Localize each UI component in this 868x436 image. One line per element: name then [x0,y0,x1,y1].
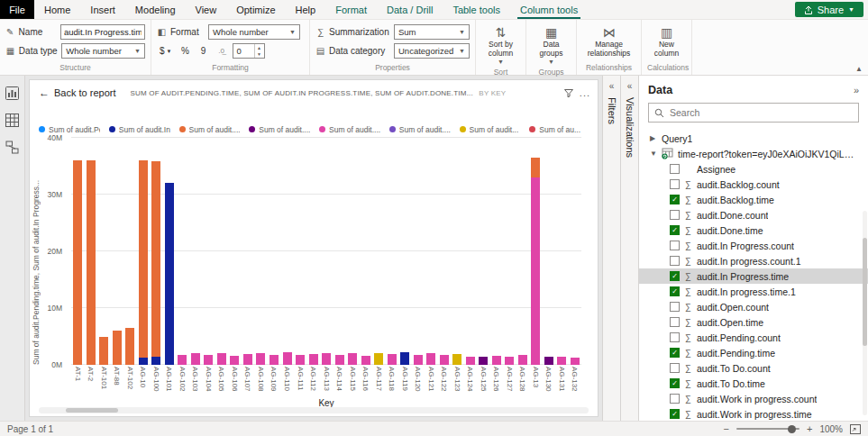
legend-item-sum-of-audit[interactable]: Sum of audit.... [179,123,241,135]
field-row-audit-work-in-progress-count[interactable]: ∑audit.Work in progress.count [639,391,868,406]
field-row-audit-open-time[interactable]: ∑audit.Open.time [639,314,868,330]
bar-ag-130[interactable] [544,357,553,365]
data-groups-button[interactable]: ▦ Data groups ▼ [532,24,571,67]
bar-ag-122[interactable] [440,355,449,365]
filters-pane-label[interactable]: Filters [607,97,617,124]
bar-ag-102[interactable] [178,355,187,365]
bar-ag-116[interactable] [361,356,370,365]
field-row-audit-pending-count[interactable]: ∑audit.Pending.count [639,330,868,345]
field-row-audit-in-progress-time[interactable]: ✓∑audit.In Progress.time [639,268,868,284]
field-checkbox[interactable] [670,302,680,312]
back-to-report-button[interactable]: ← Back to report [39,86,115,99]
bar-ag-105[interactable] [217,353,226,365]
more-options-button[interactable]: ... [580,90,590,95]
filter-funnel-icon[interactable] [564,89,573,97]
field-checkbox[interactable] [670,241,680,250]
field-row-audit-work-in-progress-time[interactable]: ✓∑audit.Work in progress.time [639,406,868,421]
chevron-down-icon[interactable]: ▼ [650,150,657,158]
zoom-out-button[interactable]: − [724,423,729,434]
menu-tab-modeling[interactable]: Modeling [125,0,186,19]
bar-ag-131[interactable] [557,357,566,365]
bar-ag-100[interactable] [151,161,160,365]
collapse-data-pane-button[interactable]: » [854,85,859,95]
name-input[interactable] [60,24,145,40]
menu-tab-view[interactable]: View [186,0,227,19]
bar-at-1[interactable] [73,160,82,365]
field-checkbox[interactable] [670,317,680,327]
zoom-slider-thumb[interactable] [788,425,796,433]
tree-node-query1[interactable]: ▶ Query1 [639,131,868,146]
field-checkbox[interactable]: ✓ [670,271,680,281]
field-row-audit-backlog-count[interactable]: ∑audit.Backlog.count [639,177,868,192]
model-view-button[interactable] [5,141,19,154]
menu-tab-data-drill[interactable]: Data / Drill [377,0,443,19]
bar-ag-120[interactable] [414,355,423,365]
bar-ag-119[interactable] [400,352,409,365]
field-row-audit-backlog-time[interactable]: ✓∑audit.Backlog.time [639,192,868,207]
field-checkbox[interactable]: ✓ [670,409,680,419]
field-row-audit-in-progress-time-1[interactable]: ✓∑audit.In progress.time.1 [639,284,868,299]
bar-ag-132[interactable] [571,358,580,365]
collapse-ribbon-button[interactable]: ▲ [855,65,863,73]
field-search-box[interactable] [648,103,859,123]
legend-item-sum-of-audit[interactable]: Sum of audit... [460,123,521,135]
legend-item-sum-of-audit[interactable]: Sum of audit..... [319,123,380,135]
menu-tab-optimize[interactable]: Optimize [226,0,285,19]
field-checkbox[interactable] [670,179,680,189]
menu-tab-table-tools[interactable]: Table tools [443,0,510,19]
bar-ag-101[interactable] [165,183,174,365]
field-checkbox[interactable] [670,332,680,342]
bar-ag-125[interactable] [479,357,488,365]
percent-format-button[interactable]: % [178,43,193,59]
field-row-audit-open-count[interactable]: ∑audit.Open.count [639,299,868,314]
zoom-slider[interactable] [736,428,799,430]
bar-ag-109[interactable] [270,355,279,365]
bar-ag-13[interactable] [531,158,540,365]
bar-ag-113[interactable] [322,353,331,365]
bar-at-2[interactable] [87,160,96,365]
bar-ag-124[interactable] [466,357,475,365]
field-row-assignee[interactable]: Assignee [639,161,868,177]
bar-ag-106[interactable] [230,356,239,365]
bar-ag-121[interactable] [426,353,435,365]
bar-ag-115[interactable] [348,353,357,365]
field-row-audit-done-time[interactable]: ✓∑audit.Done.time [639,223,868,238]
field-checkbox[interactable] [670,164,680,174]
field-checkbox[interactable]: ✓ [670,378,680,388]
bar-ag-107[interactable] [243,354,252,365]
data-type-dropdown[interactable]: Whole number ▼ [61,43,145,59]
data-view-button[interactable] [5,114,19,127]
legend-item-sum-of-audit-in[interactable]: Sum of audit.In ... [109,123,170,135]
visualizations-pane-label[interactable]: Visualizations [625,97,635,158]
menu-tab-insert[interactable]: Insert [80,0,125,19]
field-checkbox[interactable]: ✓ [670,348,680,358]
field-row-audit-to-do-count[interactable]: ∑audit.To Do.count [639,360,868,376]
field-checkbox[interactable]: ✓ [670,286,680,296]
bar-ag-103[interactable] [191,353,200,365]
bar-ag-112[interactable] [309,354,318,365]
report-view-button[interactable] [5,86,19,100]
field-row-audit-pending-time[interactable]: ✓∑audit.Pending.time [639,345,868,360]
bar-ag-117[interactable] [374,353,383,365]
format-dropdown[interactable]: Whole number ▼ [208,24,300,40]
data-category-dropdown[interactable]: Uncategorized ▼ [394,43,470,59]
currency-format-button[interactable]: $▼ [157,43,175,59]
bar-ag-123[interactable] [452,354,461,365]
bar-ag-114[interactable] [335,355,344,365]
stepper-up-icon[interactable]: ▲ [255,44,264,51]
menu-tab-format[interactable]: Format [325,0,377,19]
field-checkbox[interactable] [670,394,680,404]
bar-ag-108[interactable] [256,353,265,365]
thousands-separator-button[interactable]: 9 [196,43,211,59]
data-pane-scrollbar-thumb[interactable] [863,238,867,346]
manage-relationships-button[interactable]: ⋈ Manage relationships [582,24,635,59]
horizontal-scrollbar-thumb[interactable] [66,408,118,413]
new-column-button[interactable]: ▥ New column [647,24,686,59]
bar-at-101[interactable] [99,337,108,366]
field-checkbox[interactable]: ✓ [670,225,680,235]
bar-ag-111[interactable] [296,355,305,365]
stepper-down-icon[interactable]: ▼ [255,51,264,59]
menu-tab-help[interactable]: Help [286,0,326,19]
expand-filters-icon[interactable]: « [609,82,615,91]
field-checkbox[interactable]: ✓ [670,195,680,204]
